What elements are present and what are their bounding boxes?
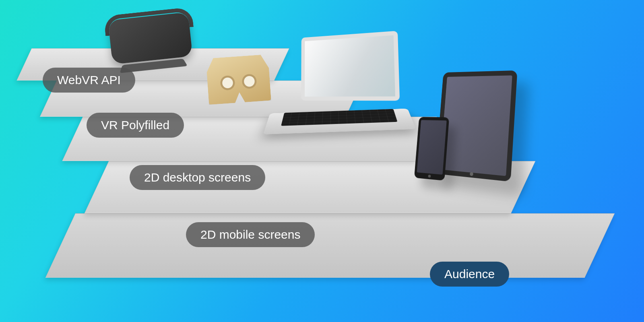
phone-icon: [414, 117, 449, 180]
diagram-stage: WebVR API VR Polyfilled 2D desktop scree…: [0, 0, 644, 322]
tier-label-vr-polyfilled: VR Polyfilled: [87, 113, 184, 138]
audience-label: Audience: [430, 262, 509, 287]
tier-label-2d-desktop: 2D desktop screens: [130, 165, 265, 190]
laptop-icon: [264, 32, 417, 150]
tier-label-webvr-api: WebVR API: [43, 68, 135, 93]
cardboard-vr-icon: [206, 54, 271, 105]
tier-label-2d-mobile: 2D mobile screens: [186, 222, 315, 247]
stair-step-5: [45, 213, 615, 278]
